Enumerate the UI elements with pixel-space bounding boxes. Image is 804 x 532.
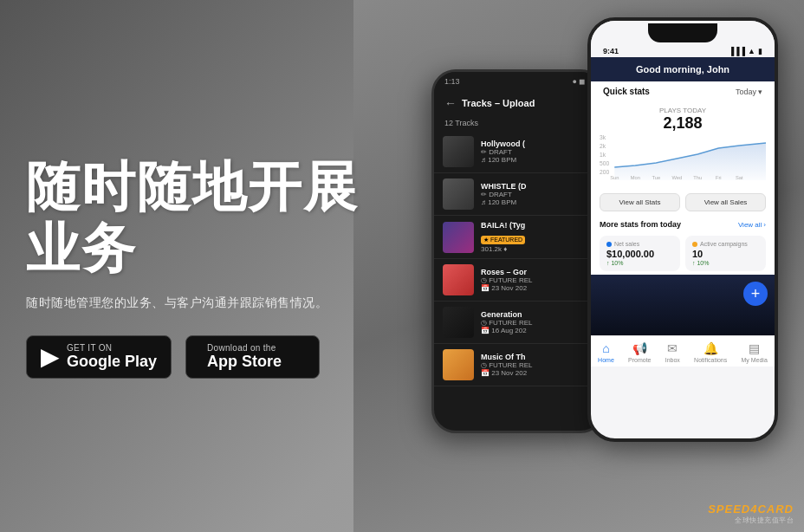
- track-info: WHISTLE (D ✏ DRAFT ♬ 120 BPM: [481, 182, 593, 206]
- nav-notifications-label: Notifications: [694, 357, 727, 363]
- app-store-button[interactable]: Download on the App Store: [185, 335, 320, 380]
- net-sales-value: $10,000.00: [606, 249, 673, 259]
- view-sales-button[interactable]: View all Sales: [685, 193, 766, 211]
- track-info: Music Of Th ◷ FUTURE REL 📅 23 Nov 202: [481, 353, 593, 377]
- chevron-right-icon: ›: [763, 221, 766, 229]
- active-campaigns-card: Active campaigns 10 ↑ 10%: [685, 236, 766, 271]
- net-sales-change: ↑ 10%: [606, 260, 673, 266]
- nav-notifications[interactable]: 🔔 Notifications: [694, 341, 727, 363]
- track-name: Generation: [481, 310, 593, 319]
- main-title: 随时随地开展业务: [26, 156, 407, 280]
- track-name: WHISTLE (D: [481, 182, 593, 191]
- svg-text:Fri: Fri: [716, 175, 722, 180]
- phone-right: 9:41 ▐▐▐ ▲ ▮ Good morning, John Quick st…: [587, 17, 778, 442]
- store-buttons: ▶ GET IT ON Google Play Download on the …: [26, 335, 407, 380]
- wifi-icon: ▲: [748, 47, 755, 55]
- svg-text:200: 200: [600, 169, 609, 175]
- view-stats-button[interactable]: View all Stats: [600, 193, 680, 211]
- track-tag: ◷ FUTURE REL: [481, 319, 593, 327]
- track-bpm: ♬ 120 BPM: [481, 198, 593, 206]
- view-all-link[interactable]: View all ›: [738, 221, 766, 229]
- quick-stats-label: Quick stats: [603, 87, 650, 96]
- today-label: Today: [736, 88, 756, 96]
- track-bpm: ♬ 120 BPM: [481, 156, 593, 164]
- svg-text:500: 500: [600, 160, 609, 166]
- track-item[interactable]: Roses – Gor ◷ FUTURE REL 📅 23 Nov 202: [434, 259, 602, 302]
- track-date: 📅 23 Nov 202: [481, 284, 593, 292]
- track-item[interactable]: Hollywood ( ✏ DRAFT ♬ 120 BPM: [434, 131, 602, 173]
- track-date: 📅 16 Aug 202: [481, 327, 593, 334]
- phone-left: 1:13 ● ◼ ▮ ← Tracks – Upload 12 Tracks H…: [431, 69, 605, 433]
- active-campaigns-label: Active campaigns: [692, 241, 759, 247]
- more-stats-label: More stats from today: [600, 220, 681, 229]
- nav-my-media[interactable]: ▤ My Media: [741, 341, 767, 363]
- featured-badge: ★ FEATURED: [481, 236, 525, 244]
- svg-text:3k: 3k: [600, 134, 606, 140]
- add-button[interactable]: +: [743, 282, 768, 306]
- google-play-main-text: Google Play: [67, 353, 157, 372]
- track-item[interactable]: WHISTLE (D ✏ DRAFT ♬ 120 BPM: [434, 173, 602, 216]
- phone-left-header: ← Tracks – Upload: [434, 91, 602, 115]
- track-item[interactable]: BAILA! (Tyg ★ FEATURED 301.2k ♦: [434, 216, 602, 259]
- battery-icon: ▮: [758, 47, 762, 55]
- track-sales: 301.2k ♦: [481, 245, 593, 253]
- notch-cutout: [648, 23, 717, 42]
- today-dropdown[interactable]: Today ▾: [736, 88, 762, 96]
- track-info: Roses – Gor ◷ FUTURE REL 📅 23 Nov 202: [481, 268, 593, 292]
- track-thumbnail: [443, 178, 474, 210]
- plays-today-label: PLAYS TODAY: [600, 107, 766, 114]
- net-sales-dot: [606, 242, 612, 247]
- chevron-down-icon: ▾: [758, 88, 762, 96]
- track-item[interactable]: Music Of Th ◷ FUTURE REL 📅 23 Nov 202: [434, 344, 602, 386]
- promote-icon: 📢: [632, 341, 647, 355]
- status-time-right: 9:41: [603, 47, 619, 55]
- active-campaigns-change: ↑ 10%: [692, 260, 759, 266]
- svg-text:2k: 2k: [600, 143, 606, 149]
- google-play-button[interactable]: ▶ GET IT ON Google Play: [26, 335, 172, 380]
- campaigns-dot: [692, 242, 697, 247]
- track-info: Generation ◷ FUTURE REL 📅 16 Aug 202: [481, 310, 593, 334]
- inbox-icon: ✉: [667, 341, 678, 355]
- net-sales-label: Net sales: [606, 241, 673, 247]
- subtitle: 随时随地管理您的业务、与客户沟通并跟踪销售情况。: [26, 295, 407, 311]
- track-name: Roses – Gor: [481, 268, 593, 276]
- track-tag: ✏ DRAFT: [481, 148, 593, 156]
- chart-area: PLAYS TODAY 2,188 3k 2k 1k 500 200: [591, 101, 775, 188]
- back-arrow-icon[interactable]: ←: [444, 96, 457, 110]
- track-thumbnail: [443, 307, 474, 338]
- nav-home[interactable]: ⌂ Home: [598, 341, 614, 363]
- phones-container: 1:13 ● ◼ ▮ ← Tracks – Upload 12 Tracks H…: [431, 17, 778, 442]
- svg-text:Sat: Sat: [736, 175, 743, 180]
- stats-row: Net sales $10,000.00 ↑ 10% Active campai…: [591, 232, 775, 275]
- nav-inbox-label: Inbox: [665, 357, 680, 363]
- nav-promote-label: Promote: [628, 357, 651, 363]
- phone-right-bottom: +: [591, 275, 775, 335]
- phone-notch: [591, 21, 775, 45]
- nav-promote[interactable]: 📢 Promote: [628, 341, 651, 363]
- view-buttons: View all Stats View all Sales: [591, 188, 775, 217]
- left-content: 随时随地开展业务 随时随地管理您的业务、与客户沟通并跟踪销售情况。 ▶ GET …: [26, 156, 407, 379]
- more-stats-header: More stats from today View all ›: [591, 217, 775, 232]
- google-play-icon: ▶: [41, 345, 60, 369]
- track-thumbnail: [443, 222, 474, 253]
- nav-inbox[interactable]: ✉ Inbox: [665, 341, 680, 363]
- line-chart: 3k 2k 1k 500 200 Sun: [600, 133, 766, 180]
- svg-text:Tue: Tue: [652, 175, 660, 180]
- svg-text:Mon: Mon: [631, 175, 640, 180]
- greeting-text: Good morning, John: [636, 64, 729, 75]
- google-play-top-text: GET IT ON: [67, 343, 157, 353]
- watermark: SPEED4CARD 全球快捷充值平台: [708, 503, 794, 525]
- watermark-logo: SPEED4CARD: [708, 503, 794, 516]
- home-icon: ⌂: [602, 341, 609, 355]
- phone-right-status-bar: 9:41 ▐▐▐ ▲ ▮: [591, 45, 775, 57]
- plays-today-value: 2,188: [600, 114, 766, 133]
- view-all-label: View all: [738, 221, 762, 229]
- phone-right-nav: ⌂ Home 📢 Promote ✉ Inbox 🔔 Notifications…: [591, 335, 775, 367]
- track-name: Music Of Th: [481, 353, 593, 361]
- greeting-header: Good morning, John: [591, 57, 775, 81]
- track-name: Hollywood (: [481, 139, 593, 148]
- track-item[interactable]: Generation ◷ FUTURE REL 📅 16 Aug 202: [434, 302, 602, 344]
- app-store-top-text: Download on the: [207, 343, 282, 353]
- nav-my-media-label: My Media: [741, 357, 767, 363]
- track-tag: ◷ FUTURE REL: [481, 361, 593, 369]
